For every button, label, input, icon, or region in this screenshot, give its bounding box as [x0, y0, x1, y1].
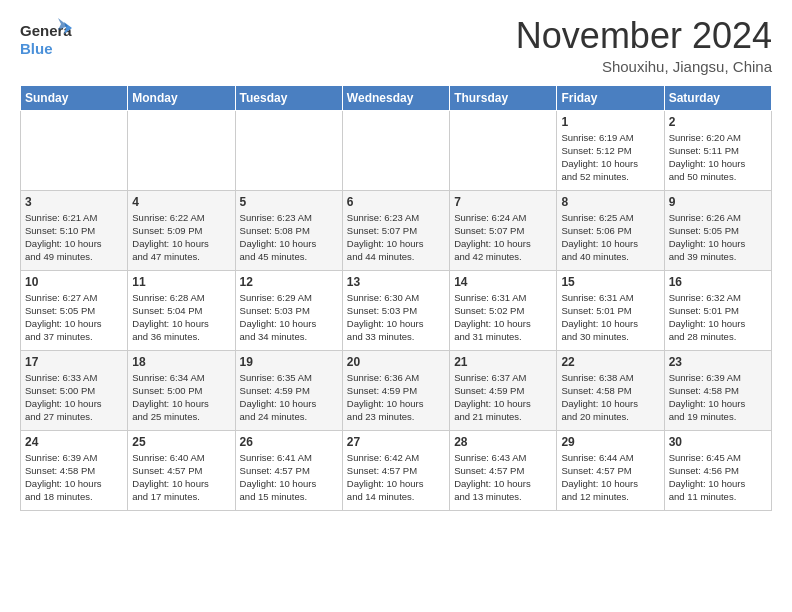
- day-info: Sunrise: 6:38 AMSunset: 4:58 PMDaylight:…: [561, 371, 659, 424]
- day-number: 1: [561, 115, 659, 129]
- day-cell: 27Sunrise: 6:42 AMSunset: 4:57 PMDayligh…: [342, 430, 449, 510]
- col-header-monday: Monday: [128, 85, 235, 110]
- day-cell: 20Sunrise: 6:36 AMSunset: 4:59 PMDayligh…: [342, 350, 449, 430]
- day-cell: 10Sunrise: 6:27 AMSunset: 5:05 PMDayligh…: [21, 270, 128, 350]
- header-row: SundayMondayTuesdayWednesdayThursdayFrid…: [21, 85, 772, 110]
- day-number: 10: [25, 275, 123, 289]
- logo: General Blue: [20, 16, 72, 68]
- day-info: Sunrise: 6:29 AMSunset: 5:03 PMDaylight:…: [240, 291, 338, 344]
- day-cell: 26Sunrise: 6:41 AMSunset: 4:57 PMDayligh…: [235, 430, 342, 510]
- day-number: 17: [25, 355, 123, 369]
- day-cell: [450, 110, 557, 190]
- day-cell: 2Sunrise: 6:20 AMSunset: 5:11 PMDaylight…: [664, 110, 771, 190]
- day-info: Sunrise: 6:32 AMSunset: 5:01 PMDaylight:…: [669, 291, 767, 344]
- week-row-4: 17Sunrise: 6:33 AMSunset: 5:00 PMDayligh…: [21, 350, 772, 430]
- day-cell: 14Sunrise: 6:31 AMSunset: 5:02 PMDayligh…: [450, 270, 557, 350]
- day-cell: 25Sunrise: 6:40 AMSunset: 4:57 PMDayligh…: [128, 430, 235, 510]
- month-title: November 2024: [516, 16, 772, 56]
- location: Shouxihu, Jiangsu, China: [516, 58, 772, 75]
- logo-icon: General Blue: [20, 16, 72, 64]
- day-info: Sunrise: 6:20 AMSunset: 5:11 PMDaylight:…: [669, 131, 767, 184]
- day-info: Sunrise: 6:44 AMSunset: 4:57 PMDaylight:…: [561, 451, 659, 504]
- day-info: Sunrise: 6:27 AMSunset: 5:05 PMDaylight:…: [25, 291, 123, 344]
- day-info: Sunrise: 6:41 AMSunset: 4:57 PMDaylight:…: [240, 451, 338, 504]
- day-cell: 3Sunrise: 6:21 AMSunset: 5:10 PMDaylight…: [21, 190, 128, 270]
- day-number: 22: [561, 355, 659, 369]
- day-number: 3: [25, 195, 123, 209]
- day-cell: 8Sunrise: 6:25 AMSunset: 5:06 PMDaylight…: [557, 190, 664, 270]
- day-number: 29: [561, 435, 659, 449]
- day-number: 13: [347, 275, 445, 289]
- day-info: Sunrise: 6:42 AMSunset: 4:57 PMDaylight:…: [347, 451, 445, 504]
- day-cell: 16Sunrise: 6:32 AMSunset: 5:01 PMDayligh…: [664, 270, 771, 350]
- day-number: 20: [347, 355, 445, 369]
- week-row-5: 24Sunrise: 6:39 AMSunset: 4:58 PMDayligh…: [21, 430, 772, 510]
- day-number: 7: [454, 195, 552, 209]
- day-info: Sunrise: 6:28 AMSunset: 5:04 PMDaylight:…: [132, 291, 230, 344]
- day-cell: 1Sunrise: 6:19 AMSunset: 5:12 PMDaylight…: [557, 110, 664, 190]
- day-info: Sunrise: 6:39 AMSunset: 4:58 PMDaylight:…: [25, 451, 123, 504]
- col-header-tuesday: Tuesday: [235, 85, 342, 110]
- day-cell: 7Sunrise: 6:24 AMSunset: 5:07 PMDaylight…: [450, 190, 557, 270]
- day-number: 6: [347, 195, 445, 209]
- day-info: Sunrise: 6:33 AMSunset: 5:00 PMDaylight:…: [25, 371, 123, 424]
- day-cell: [128, 110, 235, 190]
- day-number: 30: [669, 435, 767, 449]
- day-info: Sunrise: 6:21 AMSunset: 5:10 PMDaylight:…: [25, 211, 123, 264]
- day-number: 28: [454, 435, 552, 449]
- day-cell: 13Sunrise: 6:30 AMSunset: 5:03 PMDayligh…: [342, 270, 449, 350]
- calendar-table: SundayMondayTuesdayWednesdayThursdayFrid…: [20, 85, 772, 511]
- day-info: Sunrise: 6:34 AMSunset: 5:00 PMDaylight:…: [132, 371, 230, 424]
- day-cell: 9Sunrise: 6:26 AMSunset: 5:05 PMDaylight…: [664, 190, 771, 270]
- day-cell: 5Sunrise: 6:23 AMSunset: 5:08 PMDaylight…: [235, 190, 342, 270]
- day-cell: 30Sunrise: 6:45 AMSunset: 4:56 PMDayligh…: [664, 430, 771, 510]
- title-block: November 2024 Shouxihu, Jiangsu, China: [516, 16, 772, 75]
- day-cell: 22Sunrise: 6:38 AMSunset: 4:58 PMDayligh…: [557, 350, 664, 430]
- day-number: 27: [347, 435, 445, 449]
- day-info: Sunrise: 6:45 AMSunset: 4:56 PMDaylight:…: [669, 451, 767, 504]
- day-info: Sunrise: 6:23 AMSunset: 5:08 PMDaylight:…: [240, 211, 338, 264]
- day-number: 26: [240, 435, 338, 449]
- day-number: 9: [669, 195, 767, 209]
- col-header-wednesday: Wednesday: [342, 85, 449, 110]
- day-cell: [342, 110, 449, 190]
- page-container: General Blue November 2024 Shouxihu, Jia…: [0, 0, 792, 521]
- week-row-3: 10Sunrise: 6:27 AMSunset: 5:05 PMDayligh…: [21, 270, 772, 350]
- day-number: 23: [669, 355, 767, 369]
- day-cell: 11Sunrise: 6:28 AMSunset: 5:04 PMDayligh…: [128, 270, 235, 350]
- col-header-sunday: Sunday: [21, 85, 128, 110]
- week-row-2: 3Sunrise: 6:21 AMSunset: 5:10 PMDaylight…: [21, 190, 772, 270]
- day-number: 8: [561, 195, 659, 209]
- day-number: 15: [561, 275, 659, 289]
- col-header-thursday: Thursday: [450, 85, 557, 110]
- day-cell: 24Sunrise: 6:39 AMSunset: 4:58 PMDayligh…: [21, 430, 128, 510]
- day-number: 16: [669, 275, 767, 289]
- header: General Blue November 2024 Shouxihu, Jia…: [20, 16, 772, 75]
- col-header-saturday: Saturday: [664, 85, 771, 110]
- day-number: 12: [240, 275, 338, 289]
- day-number: 24: [25, 435, 123, 449]
- day-cell: 15Sunrise: 6:31 AMSunset: 5:01 PMDayligh…: [557, 270, 664, 350]
- week-row-1: 1Sunrise: 6:19 AMSunset: 5:12 PMDaylight…: [21, 110, 772, 190]
- day-info: Sunrise: 6:30 AMSunset: 5:03 PMDaylight:…: [347, 291, 445, 344]
- day-info: Sunrise: 6:24 AMSunset: 5:07 PMDaylight:…: [454, 211, 552, 264]
- day-number: 11: [132, 275, 230, 289]
- day-number: 21: [454, 355, 552, 369]
- day-cell: 12Sunrise: 6:29 AMSunset: 5:03 PMDayligh…: [235, 270, 342, 350]
- day-cell: 28Sunrise: 6:43 AMSunset: 4:57 PMDayligh…: [450, 430, 557, 510]
- day-info: Sunrise: 6:39 AMSunset: 4:58 PMDaylight:…: [669, 371, 767, 424]
- day-info: Sunrise: 6:36 AMSunset: 4:59 PMDaylight:…: [347, 371, 445, 424]
- day-info: Sunrise: 6:26 AMSunset: 5:05 PMDaylight:…: [669, 211, 767, 264]
- day-cell: [235, 110, 342, 190]
- day-info: Sunrise: 6:31 AMSunset: 5:01 PMDaylight:…: [561, 291, 659, 344]
- day-cell: 18Sunrise: 6:34 AMSunset: 5:00 PMDayligh…: [128, 350, 235, 430]
- day-cell: 4Sunrise: 6:22 AMSunset: 5:09 PMDaylight…: [128, 190, 235, 270]
- day-number: 25: [132, 435, 230, 449]
- day-number: 19: [240, 355, 338, 369]
- day-info: Sunrise: 6:25 AMSunset: 5:06 PMDaylight:…: [561, 211, 659, 264]
- day-info: Sunrise: 6:35 AMSunset: 4:59 PMDaylight:…: [240, 371, 338, 424]
- day-info: Sunrise: 6:31 AMSunset: 5:02 PMDaylight:…: [454, 291, 552, 344]
- col-header-friday: Friday: [557, 85, 664, 110]
- day-cell: 19Sunrise: 6:35 AMSunset: 4:59 PMDayligh…: [235, 350, 342, 430]
- day-cell: 21Sunrise: 6:37 AMSunset: 4:59 PMDayligh…: [450, 350, 557, 430]
